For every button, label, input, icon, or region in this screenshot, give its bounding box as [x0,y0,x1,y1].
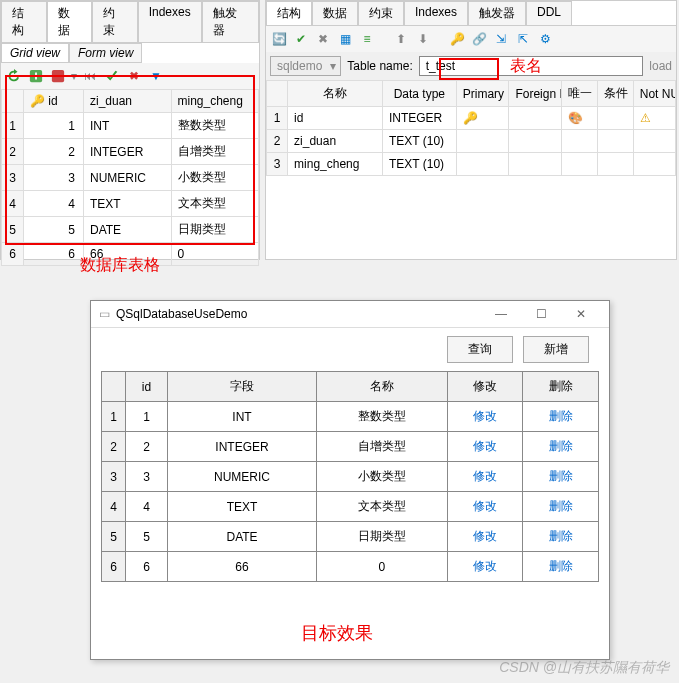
tab-data[interactable]: 数据 [47,1,93,42]
struct-row[interactable]: 2 zi_duan TEXT (10) [267,130,676,153]
demo-header: id 字段 名称 修改 删除 [102,372,599,402]
grid-icon[interactable]: ▦ [336,30,354,48]
warn-icon: ⚠ [640,111,651,125]
shrink-icon[interactable]: ⇲ [492,30,510,48]
table-row[interactable]: 44TEXT文本类型 [2,191,259,217]
delete-link[interactable]: 删除 [523,552,599,582]
delete-link[interactable]: 删除 [523,492,599,522]
maximize-icon[interactable]: ☐ [521,307,561,321]
left-toolbar: ▾ ⏮ ✖ ▼ [1,63,259,89]
delete-link[interactable]: 删除 [523,432,599,462]
list-icon[interactable]: ≡ [358,30,376,48]
modify-link[interactable]: 修改 [447,402,523,432]
col-mingcheng[interactable]: ming_cheng [171,90,259,113]
delete-link[interactable]: 删除 [523,402,599,432]
demo-row[interactable]: 22INTEGER自增类型修改删除 [102,432,599,462]
demo-toolbar: 查询 新增 [91,328,609,371]
new-button[interactable]: 新增 [523,336,589,363]
refresh-icon[interactable]: 🔄 [270,30,288,48]
query-button[interactable]: 查询 [447,336,513,363]
filter-icon[interactable]: ▼ [147,67,165,85]
app-icon: ▭ [99,307,110,321]
key-icon[interactable]: 🔑 [448,30,466,48]
expand-icon[interactable]: ⇱ [514,30,532,48]
left-highlight-label: 数据库表格 [80,255,160,276]
refresh-icon[interactable] [5,67,23,85]
first-icon[interactable]: ⏮ [81,67,99,85]
demo-row[interactable]: 11INT整数类型修改删除 [102,402,599,432]
modify-link[interactable]: 修改 [447,462,523,492]
gear-icon[interactable]: ⚙ [536,30,554,48]
down-icon[interactable]: ⬇ [414,30,432,48]
right-tab-bar: 结构 数据 约束 Indexes 触发器 DDL [266,1,676,26]
table-row[interactable]: 11INT整数类型 [2,113,259,139]
modify-link[interactable]: 修改 [447,522,523,552]
table-row[interactable]: 22INTEGER自增类型 [2,139,259,165]
subtab-grid[interactable]: Grid view [1,43,69,63]
watermark: CSDN @山有扶苏隰有荷华 [499,659,669,677]
struct-row[interactable]: 1 id INTEGER 🔑 🎨 ⚠ [267,107,676,130]
rtab-triggers[interactable]: 触发器 [468,1,526,25]
titlebar: ▭ QSqlDatabaseUseDemo — ☐ ✕ [91,301,609,328]
col-ziduan[interactable]: zi_duan [84,90,172,113]
demo-window: ▭ QSqlDatabaseUseDemo — ☐ ✕ 查询 新增 id 字段 … [90,300,610,660]
close-icon[interactable]: ✕ [561,307,601,321]
up-icon[interactable]: ⬆ [392,30,410,48]
struct-grid: 名称 Data type Primary Key Foreign Key 唯一 … [266,80,676,176]
modify-link[interactable]: 修改 [447,432,523,462]
delete-link[interactable]: 删除 [523,462,599,492]
grid-header: 🔑 id zi_duan ming_cheng [2,90,259,113]
rtab-data[interactable]: 数据 [312,1,358,25]
check-icon[interactable]: ✔ [292,30,310,48]
tablename-row: sqldemo Table name: t_test load [266,52,676,80]
delete-link[interactable]: 删除 [523,522,599,552]
right-toolbar: 🔄 ✔ ✖ ▦ ≡ ⬆ ⬇ 🔑 🔗 ⇲ ⇱ ⚙ [266,26,676,52]
link-icon[interactable]: 🔗 [470,30,488,48]
db-select[interactable]: sqldemo [270,56,341,76]
subtab-form[interactable]: Form view [69,43,142,63]
rollback-icon[interactable]: ✖ [125,67,143,85]
tablename-label: Table name: [347,59,412,73]
rtab-indexes[interactable]: Indexes [404,1,468,25]
window-title: QSqlDatabaseUseDemo [116,307,481,321]
cancel-icon[interactable]: ✖ [314,30,332,48]
left-panel: 结构 数据 约束 Indexes 触发器 Grid view Form view… [0,0,260,260]
commit-icon[interactable] [103,67,121,85]
add-icon[interactable] [27,67,45,85]
tab-indexes[interactable]: Indexes [138,1,202,42]
tab-constraints[interactable]: 约束 [92,1,138,42]
load-text: load [649,59,672,73]
tab-triggers[interactable]: 触发器 [202,1,259,42]
rtab-ddl[interactable]: DDL [526,1,572,25]
demo-grid: id 字段 名称 修改 删除 11INT整数类型修改删除 22INTEGER自增… [101,371,599,582]
rtab-constraints[interactable]: 约束 [358,1,404,25]
subtab-bar: Grid view Form view [1,43,259,63]
minimize-icon[interactable]: — [481,307,521,321]
tab-structure[interactable]: 结构 [1,1,47,42]
pk-icon: 🔑 [463,111,478,125]
left-grid: 🔑 id zi_duan ming_cheng 11INT整数类型 22INTE… [1,89,259,266]
modify-link[interactable]: 修改 [447,492,523,522]
left-tab-bar: 结构 数据 约束 Indexes 触发器 [1,1,259,43]
table-row[interactable]: 55DATE日期类型 [2,217,259,243]
struct-row[interactable]: 3 ming_cheng TEXT (10) [267,153,676,176]
demo-row[interactable]: 66660修改删除 [102,552,599,582]
rtab-structure[interactable]: 结构 [266,1,312,25]
palette-icon: 🎨 [568,111,583,125]
demo-row[interactable]: 33NUMERIC小数类型修改删除 [102,462,599,492]
demo-row[interactable]: 55DATE日期类型修改删除 [102,522,599,552]
demo-row[interactable]: 44TEXT文本类型修改删除 [102,492,599,522]
right-panel: 结构 数据 约束 Indexes 触发器 DDL 🔄 ✔ ✖ ▦ ≡ ⬆ ⬇ 🔑… [265,0,677,260]
demo-label: 目标效果 [301,621,373,645]
modify-link[interactable]: 修改 [447,552,523,582]
col-id[interactable]: 🔑 id [24,90,84,113]
remove-icon[interactable] [49,67,67,85]
tablename-anno: 表名 [510,56,542,77]
table-row[interactable]: 33NUMERIC小数类型 [2,165,259,191]
struct-header: 名称 Data type Primary Key Foreign Key 唯一 … [267,81,676,107]
